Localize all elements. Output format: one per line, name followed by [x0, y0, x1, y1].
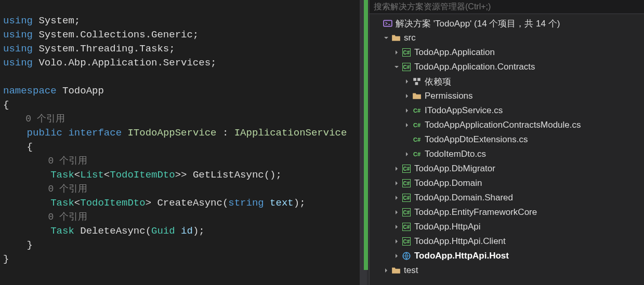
namespace-name: TodoApp	[57, 85, 104, 97]
project-node[interactable]: C# TodoApp.DbMigrator	[370, 161, 644, 176]
solution-node[interactable]: 解决方案 'TodoApp' (14 个项目，共 14 个)	[370, 16, 644, 31]
folder-src[interactable]: src	[370, 31, 644, 45]
expander-icon[interactable]	[392, 48, 401, 57]
namespace-text: System.Threading.Tasks;	[33, 43, 175, 55]
expander-icon[interactable]	[392, 237, 401, 246]
angle: <	[104, 169, 110, 181]
project-label: TodoApp.DbMigrator	[414, 164, 495, 174]
project-node[interactable]: C# TodoApp.EntityFrameworkCore	[370, 205, 644, 220]
svg-rect-2	[417, 78, 420, 81]
csharp-project-icon: C#	[402, 62, 411, 72]
expander-icon[interactable]	[392, 63, 401, 71]
method-name: CreateAsync	[151, 197, 222, 209]
folder-icon	[412, 91, 422, 101]
expander-icon[interactable]	[403, 121, 411, 129]
param-type: Guid	[151, 225, 175, 237]
file-label: TodoItemDto.cs	[425, 149, 486, 159]
base-type: IApplicationService	[234, 127, 347, 139]
expander-icon[interactable]	[392, 165, 401, 173]
project-label: TodoApp.Application.Contracts	[414, 62, 535, 72]
type: TodoItemDto	[80, 197, 145, 209]
expander-icon[interactable]	[392, 252, 401, 260]
expander-icon[interactable]	[392, 208, 401, 216]
file-node[interactable]: C# TodoItemDto.cs	[370, 147, 644, 161]
param-name: text	[264, 197, 294, 209]
expander-icon[interactable]	[392, 194, 401, 202]
search-input[interactable]	[374, 2, 640, 11]
colon: :	[217, 127, 234, 139]
project-label: TodoApp.HttpApi	[414, 222, 481, 232]
angle: >	[146, 197, 151, 209]
type: Task	[3, 197, 74, 209]
project-node[interactable]: C# TodoApp.Domain	[370, 176, 644, 191]
file-node[interactable]: C# TodoAppApplicationContractsModule.cs	[370, 118, 644, 132]
file-node[interactable]: C# TodoAppDtoExtensions.cs	[370, 132, 644, 147]
scroll-marker	[364, 0, 368, 270]
expander-icon[interactable]	[392, 223, 401, 231]
project-node[interactable]: C# TodoApp.HttpApi	[370, 220, 644, 234]
file-label: TodoAppDtoExtensions.cs	[425, 134, 528, 145]
solution-tree[interactable]: 解决方案 'TodoApp' (14 个项目，共 14 个) src C# To…	[370, 14, 644, 285]
folder-icon	[391, 266, 401, 275]
solution-label: 解决方案 'TodoApp' (14 个项目，共 14 个)	[396, 18, 560, 30]
project-node[interactable]: C# TodoApp.Application.Contracts	[370, 60, 644, 74]
expander-icon[interactable]	[382, 34, 390, 42]
expander-icon[interactable]	[403, 106, 411, 115]
brace: }	[3, 253, 9, 265]
method-name: DeleteAsync	[74, 225, 146, 237]
code-lens[interactable]: 0 个引用	[3, 184, 87, 194]
param-type: string	[228, 197, 264, 209]
code-content: using System; using System.Collections.G…	[0, 0, 369, 280]
angle: <	[74, 169, 80, 181]
type: TodoItemDto	[110, 169, 175, 181]
csharp-project-icon: C#	[402, 237, 411, 246]
keyword: using	[3, 29, 33, 40]
keyword: using	[3, 57, 33, 69]
project-node[interactable]: C# TodoApp.HttpApi.Client	[370, 234, 644, 249]
file-label: ITodoAppService.cs	[425, 105, 503, 116]
csharp-project-icon: C#	[402, 164, 411, 173]
csharp-project-icon: C#	[402, 193, 411, 202]
dependencies-label: 依赖项	[425, 76, 451, 88]
solution-icon	[383, 19, 392, 28]
project-label: TodoApp.HttpApi.Client	[414, 236, 506, 247]
csharp-project-icon: C#	[402, 208, 411, 217]
csharp-project-icon: C#	[402, 179, 411, 188]
namespace-text: Volo.Abp.Application.Services;	[33, 57, 216, 69]
expander-icon[interactable]	[403, 150, 411, 158]
project-label: TodoApp.EntityFrameworkCore	[414, 207, 537, 218]
dependencies-node[interactable]: 依赖项	[370, 74, 644, 89]
svg-rect-1	[413, 78, 416, 81]
code-lens[interactable]: 0 个引用	[3, 156, 87, 166]
file-label: TodoAppApplicationContractsModule.cs	[425, 120, 581, 130]
folder-label: Permissions	[425, 91, 473, 101]
expander-icon[interactable]	[392, 179, 401, 187]
param-name: id	[175, 225, 193, 237]
namespace-text: System.Collections.Generic;	[33, 29, 199, 40]
scrollbar-vertical[interactable]	[360, 0, 369, 285]
folder-icon	[391, 33, 401, 43]
expander-icon[interactable]	[403, 92, 411, 100]
paren: (	[146, 225, 151, 237]
project-node[interactable]: C# TodoApp.Domain.Shared	[370, 191, 644, 205]
angle: <	[74, 197, 80, 209]
project-label: TodoApp.HttpApi.Host	[414, 251, 509, 261]
file-node[interactable]: C# ITodoAppService.cs	[370, 103, 644, 118]
search-bar	[370, 0, 644, 14]
paren: (	[222, 197, 228, 209]
expander-icon[interactable]	[403, 77, 411, 86]
svg-rect-3	[415, 82, 418, 85]
code-editor[interactable]: using System; using System.Collections.G…	[0, 0, 369, 285]
project-node-startup[interactable]: TodoApp.HttpApi.Host	[370, 249, 644, 263]
code-lens[interactable]: 0 个引用	[3, 212, 87, 222]
expander-icon[interactable]	[382, 266, 390, 275]
folder-label: test	[404, 265, 418, 276]
folder-test[interactable]: test	[370, 263, 644, 278]
parens: ();	[264, 169, 282, 181]
code-lens[interactable]: 0 个引用	[3, 114, 65, 124]
paren: );	[294, 197, 306, 209]
solution-explorer: 解决方案 'TodoApp' (14 个项目，共 14 个) src C# To…	[369, 0, 644, 285]
type: Task	[3, 225, 74, 237]
folder-permissions[interactable]: Permissions	[370, 89, 644, 103]
project-node[interactable]: C# TodoApp.Application	[370, 45, 644, 60]
